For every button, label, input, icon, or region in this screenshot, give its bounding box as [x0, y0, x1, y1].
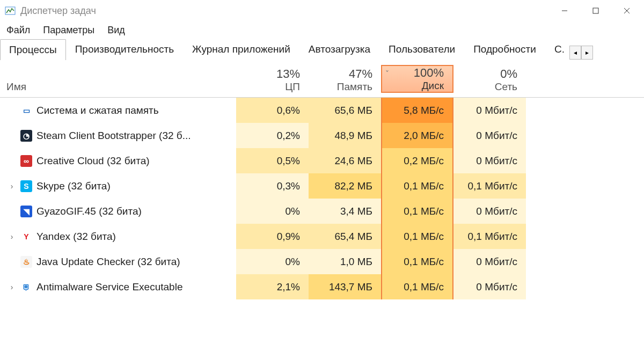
memory-cell: 48,9 МБ: [309, 123, 381, 148]
process-name: Creative Cloud (32 бита): [36, 155, 150, 167]
process-name-cell: ▭Система и сжатая память: [0, 105, 236, 116]
tab-processes[interactable]: Процессы: [0, 39, 66, 60]
cpu-cell: 0%: [236, 199, 309, 224]
tab-scroll-right[interactable]: ▸: [581, 46, 593, 60]
system-icon: ▭: [20, 105, 32, 116]
process-name: GyazoGIF.45 (32 бита): [36, 206, 142, 217]
disk-cell: 5,8 МБ/с: [381, 98, 453, 123]
table-row[interactable]: ◔Steam Client Bootstrapper (32 б...0,2%4…: [0, 123, 644, 148]
close-button[interactable]: [612, 1, 642, 20]
table-row[interactable]: ◥GyazoGIF.45 (32 бита)0%3,4 МБ0,1 МБ/с0 …: [0, 199, 644, 224]
network-cell: 0 Мбит/с: [453, 199, 526, 224]
skype-icon: S: [20, 180, 32, 192]
menu-options[interactable]: Параметры: [43, 25, 94, 36]
process-name: Система и сжатая память: [36, 105, 159, 116]
disk-cell: 0,1 МБ/с: [381, 199, 453, 224]
network-cell: 0 Мбит/с: [453, 123, 526, 148]
table-row[interactable]: ♨Java Update Checker (32 бита)0%1,0 МБ0,…: [0, 249, 644, 274]
network-cell: 0,1 Мбит/с: [453, 224, 526, 249]
header-cpu-pct: 13%: [276, 67, 300, 81]
defender-icon: ⛨: [20, 281, 32, 293]
header-disk[interactable]: 100% Диск: [381, 65, 453, 93]
tab-users[interactable]: Пользователи: [379, 39, 464, 60]
tab-performance[interactable]: Производительность: [66, 39, 183, 60]
header-memory[interactable]: 47% Память: [309, 67, 381, 93]
memory-cell: 82,2 МБ: [309, 173, 381, 199]
cpu-cell: 2,1%: [236, 274, 309, 299]
memory-cell: 3,4 МБ: [309, 199, 381, 224]
cpu-cell: 0%: [236, 249, 309, 274]
header-network-pct: 0%: [500, 67, 517, 81]
minimize-button[interactable]: [550, 1, 580, 20]
header-disk-pct: 100%: [414, 66, 444, 80]
maximize-button[interactable]: [581, 1, 611, 20]
table-row[interactable]: ∞Creative Cloud (32 бита)0,5%24,6 МБ0,2 …: [0, 148, 644, 173]
cpu-cell: 0,5%: [236, 148, 309, 173]
table-row[interactable]: ›⛨Antimalware Service Executable2,1%143,…: [0, 274, 644, 299]
tab-app-history[interactable]: Журнал приложений: [183, 39, 299, 60]
header-cpu-label: ЦП: [285, 81, 300, 93]
tab-startup[interactable]: Автозагрузка: [299, 39, 379, 60]
network-cell: 0 Мбит/с: [453, 98, 526, 123]
task-manager-window: Диспетчер задач Файл Параметры Вид Проце…: [0, 0, 644, 337]
memory-cell: 65,4 МБ: [309, 224, 381, 249]
titlebar[interactable]: Диспетчер задач: [0, 0, 644, 21]
steam-icon: ◔: [20, 130, 32, 142]
memory-cell: 65,6 МБ: [309, 98, 381, 123]
header-network-label: Сеть: [495, 81, 517, 93]
tab-scroll-left[interactable]: ◂: [569, 46, 581, 60]
memory-cell: 1,0 МБ: [309, 249, 381, 274]
network-cell: 0 Мбит/с: [453, 274, 526, 299]
disk-cell: 0,1 МБ/с: [381, 224, 453, 249]
adobe-icon: ∞: [20, 155, 32, 167]
disk-cell: 0,1 МБ/с: [381, 173, 453, 199]
app-icon: [4, 5, 16, 17]
yandex-icon: Y: [20, 231, 32, 243]
cpu-cell: 0,6%: [236, 98, 309, 123]
cpu-cell: 0,2%: [236, 123, 309, 148]
table-row[interactable]: ▭Система и сжатая память0,6%65,6 МБ5,8 М…: [0, 98, 644, 123]
network-cell: 0 Мбит/с: [453, 148, 526, 173]
process-name-cell: ∞Creative Cloud (32 бита): [0, 155, 236, 167]
tab-details[interactable]: Подробности: [464, 39, 545, 60]
table-row[interactable]: ›SSkype (32 бита)0,3%82,2 МБ0,1 МБ/с0,1 …: [0, 173, 644, 199]
process-name: Antimalware Service Executable: [36, 281, 182, 293]
expand-icon[interactable]: ›: [8, 283, 16, 291]
expand-icon[interactable]: ›: [8, 232, 16, 241]
header-name[interactable]: Имя: [0, 81, 236, 93]
expand-icon[interactable]: ›: [8, 182, 16, 191]
disk-cell: 2,0 МБ/с: [381, 123, 453, 148]
network-cell: 0 Мбит/с: [453, 249, 526, 274]
disk-cell: 0,1 МБ/с: [381, 274, 453, 299]
java-icon: ♨: [20, 256, 32, 268]
column-headers: Имя 13% ЦП 47% Память 100% Диск 0% Сеть: [0, 60, 644, 98]
process-name: Yandex (32 бита): [36, 231, 116, 243]
process-name-cell: ◔Steam Client Bootstrapper (32 б...: [0, 130, 236, 142]
tabbar: Процессы Производительность Журнал прило…: [0, 39, 644, 60]
process-list[interactable]: ▭Система и сжатая память0,6%65,6 МБ5,8 М…: [0, 98, 644, 337]
network-cell: 0,1 Мбит/с: [453, 173, 526, 199]
header-memory-label: Память: [337, 81, 372, 93]
menubar: Файл Параметры Вид: [0, 21, 644, 39]
menu-view[interactable]: Вид: [107, 25, 125, 36]
memory-cell: 24,6 МБ: [309, 148, 381, 173]
menu-file[interactable]: Файл: [6, 25, 30, 36]
header-network[interactable]: 0% Сеть: [453, 67, 526, 93]
header-cpu[interactable]: 13% ЦП: [236, 67, 309, 93]
cpu-cell: 0,3%: [236, 173, 309, 199]
table-row[interactable]: ›YYandex (32 бита)0,9%65,4 МБ0,1 МБ/с0,1…: [0, 224, 644, 249]
tab-services[interactable]: С.: [545, 39, 567, 60]
disk-cell: 0,1 МБ/с: [381, 249, 453, 274]
cpu-cell: 0,9%: [236, 224, 309, 249]
header-name-label: Имя: [6, 81, 26, 92]
process-name-cell: ♨Java Update Checker (32 бита): [0, 256, 236, 268]
process-name-cell: ›YYandex (32 бита): [0, 231, 236, 243]
memory-cell: 143,7 МБ: [309, 274, 381, 299]
disk-cell: 0,2 МБ/с: [381, 148, 453, 173]
process-name-cell: ›SSkype (32 бита): [0, 180, 236, 192]
header-memory-pct: 47%: [349, 67, 372, 81]
process-name: Java Update Checker (32 бита): [36, 256, 180, 268]
process-name: Skype (32 бита): [36, 180, 111, 192]
svg-rect-2: [593, 8, 598, 13]
process-name-cell: ›⛨Antimalware Service Executable: [0, 281, 236, 293]
